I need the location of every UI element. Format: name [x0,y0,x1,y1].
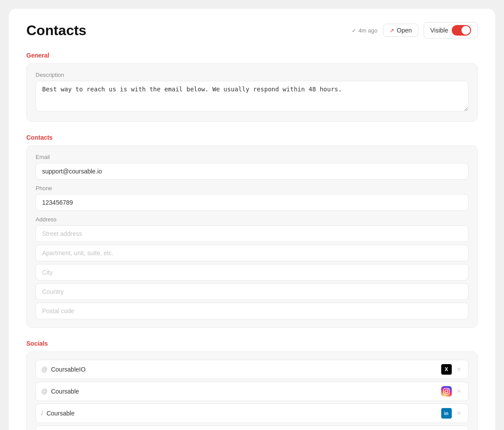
address-inputs [36,225,468,319]
general-label: General [26,52,478,59]
city-input[interactable] [36,264,468,281]
general-card: Description Best way to reach us is with… [26,63,478,122]
linkedin-input[interactable] [47,410,438,417]
socials-section: Socials @ X × @ × [26,340,478,430]
socials-label: Socials [26,340,478,347]
saved-time: 4m ago [352,27,377,34]
socials-card: @ X × @ × / [26,351,478,430]
instagram-prefix: @ [41,388,47,395]
x-icon: X [441,364,452,375]
linkedin-icon: in [441,408,452,419]
visible-toggle[interactable] [452,25,471,36]
phone-label: Phone [36,185,468,192]
svg-point-1 [445,390,448,393]
linkedin-prefix: / [41,410,43,417]
visible-section: Visible [424,22,478,39]
general-section: General Description Best way to reach us… [26,52,478,122]
address-subsection: Address [36,216,468,319]
open-button[interactable]: ↗ Open [383,24,418,37]
postal-input[interactable] [36,303,468,319]
phone-input[interactable] [36,194,468,211]
page-card: Contacts 4m ago ↗ Open Visible General D… [9,9,495,430]
instagram-input[interactable] [51,388,437,395]
description-label: Description [36,72,468,78]
visible-label: Visible [430,27,448,34]
email-input[interactable] [36,163,468,180]
country-input[interactable] [36,283,468,300]
linkedin-close[interactable]: × [455,408,463,418]
svg-point-2 [447,389,448,390]
email-label: Email [36,154,468,160]
twitter-close[interactable]: × [455,365,463,374]
apt-input[interactable] [36,245,468,261]
street-input[interactable] [36,225,468,242]
svg-rect-0 [443,388,449,394]
twitter-input[interactable] [51,366,437,373]
contacts-section: Contacts Email Phone Address [26,134,478,328]
page-title: Contacts [26,22,86,39]
open-label: Open [397,27,412,34]
twitter-prefix: @ [41,366,47,373]
instagram-icon [441,386,452,397]
social-row-twitter: @ X × [36,360,468,379]
description-input[interactable]: Best way to reach us is with the email b… [36,81,468,112]
contacts-label: Contacts [26,134,478,141]
header: Contacts 4m ago ↗ Open Visible [26,22,478,39]
social-row-web: https:// 🌐 × [36,426,468,430]
header-right: 4m ago ↗ Open Visible [352,22,478,39]
social-row-instagram: @ × [36,382,468,401]
social-row-linkedin: / in × [36,404,468,423]
instagram-close[interactable]: × [455,387,463,396]
open-icon: ↗ [389,27,394,34]
contacts-card: Email Phone Address [26,145,478,328]
address-label: Address [36,216,468,223]
